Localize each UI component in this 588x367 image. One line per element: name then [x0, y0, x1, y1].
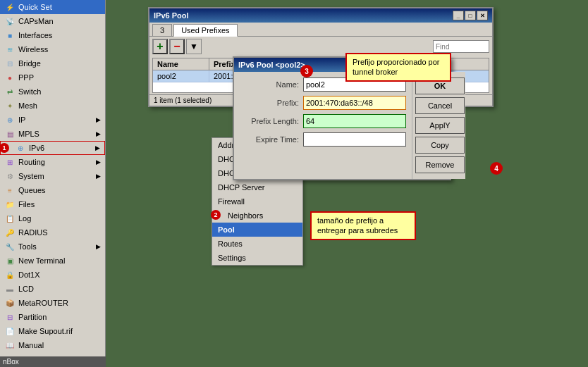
sidebar-item-queues[interactable]: ≡ Queues	[0, 183, 105, 197]
tools-arrow-icon: ▶	[96, 243, 101, 250]
cancel-button[interactable]: Cancel	[415, 97, 465, 114]
sidebar-item-dot1x[interactable]: 🔒 Dot1X	[0, 268, 105, 282]
prefix-length-input[interactable]	[303, 114, 406, 128]
files-icon: 📁	[4, 199, 16, 210]
tabs-row: 3 Used Prefixes	[149, 23, 492, 37]
manual-icon: 📖	[4, 340, 16, 351]
badge-3: 3	[300, 65, 313, 77]
mpls-icon: ▤	[4, 128, 16, 139]
badge-2: 2	[211, 210, 221, 220]
expire-time-input[interactable]	[303, 132, 406, 147]
routing-arrow-icon: ▶	[96, 158, 101, 166]
form-row-prefix-length: Prefix Length:	[240, 114, 406, 128]
sidebar-item-interfaces[interactable]: ■ Interfaces	[0, 28, 105, 42]
tooltip-tunnel-broker: Prefijo proporcionado por tunnel broker	[345, 53, 451, 82]
sidebar-item-new-terminal[interactable]: ▣ New Terminal	[0, 254, 105, 268]
tab-pools[interactable]: 3	[152, 24, 172, 36]
sidebar-item-quick-set[interactable]: ⚡ Quick Set	[0, 0, 105, 14]
workspace: Addresses DHCP Client DHCP Relay DHCP Se…	[106, 0, 588, 367]
col-header-name: Name	[153, 58, 209, 70]
ipv6-pool-titlebar: IPv6 Pool _ □ ✕	[149, 8, 492, 23]
sidebar-item-files[interactable]: 📁 Files	[0, 197, 105, 211]
interfaces-icon: ■	[4, 30, 16, 41]
sidebar-item-mpls[interactable]: ▤ MPLS ▶	[0, 127, 105, 141]
prefix-length-label: Prefix Length:	[240, 117, 303, 125]
sidebar-item-bridge[interactable]: ⊟ Bridge	[0, 56, 105, 70]
sidebar-item-make-supout[interactable]: 📄 Make Supout.rif	[0, 324, 105, 338]
prefix-label: Prefix:	[240, 99, 303, 107]
sidebar-item-metarouter[interactable]: 📦 MetaROUTER	[0, 296, 105, 310]
close-button[interactable]: ✕	[477, 11, 488, 20]
maximize-button[interactable]: □	[465, 11, 476, 20]
badge-4: 4	[490, 162, 503, 175]
lcd-icon: ▬	[4, 283, 16, 294]
form-row-prefix: Prefix:	[240, 96, 406, 110]
sidebar-item-tools[interactable]: 🔧 Tools ▶	[0, 240, 105, 254]
sidebar-item-radius[interactable]: 🔑 RADIUS	[0, 225, 105, 240]
dot1x-icon: 🔒	[4, 269, 16, 280]
sidebar-item-switch[interactable]: ⇄ Switch	[0, 85, 105, 99]
find-input[interactable]	[433, 40, 489, 53]
window-control-buttons: _ □ ✕	[453, 11, 488, 20]
system-icon: ⚙	[4, 170, 16, 182]
log-icon: 📋	[4, 213, 16, 224]
submenu-neighbors[interactable]: 2 Neighbors	[212, 209, 302, 223]
app-window: ⚡ Quick Set 📡 CAPsMan ■ Interfaces ≋ Wir…	[0, 0, 588, 367]
pool-dialog-title: IPv6 Pool <pool2>	[238, 61, 305, 69]
filter-button[interactable]: ▼	[186, 39, 202, 54]
copy-button[interactable]: Copy	[415, 137, 465, 154]
system-arrow-icon: ▶	[96, 173, 101, 180]
mesh-icon: ✦	[4, 100, 16, 111]
tooltip-subredes: tamaño de prefijo a entregar para subred…	[310, 211, 416, 240]
partition-icon: ⊟	[4, 311, 16, 323]
bottom-sidebar: nBox	[0, 356, 106, 367]
sidebar-item-capsman[interactable]: 📡 CAPsMan	[0, 14, 105, 28]
apply-button[interactable]: ApplY	[415, 117, 465, 134]
sidebar-item-manual[interactable]: 📖 Manual	[0, 338, 105, 352]
minimize-button[interactable]: _	[453, 11, 464, 20]
submenu-dhcp-server[interactable]: DHCP Server	[212, 180, 302, 194]
radius-icon: 🔑	[4, 227, 16, 238]
ip-icon: ⊕	[4, 114, 16, 125]
capsman-icon: 📡	[4, 15, 16, 27]
submenu-routes[interactable]: Routes	[212, 237, 302, 251]
add-button[interactable]: +	[152, 39, 168, 54]
supout-icon: 📄	[4, 325, 16, 337]
ipv6-pool-title: IPv6 Pool	[154, 11, 453, 20]
sidebar-item-wireless[interactable]: ≋ Wireless	[0, 42, 105, 56]
sidebar-item-ip[interactable]: ⊕ IP ▶	[0, 113, 105, 127]
prefix-input[interactable]	[303, 96, 406, 110]
remove-button[interactable]: −	[169, 39, 185, 54]
routing-icon: ⊞	[4, 156, 16, 168]
sidebar-item-log[interactable]: 📋 Log	[0, 211, 105, 225]
metarouter-icon: 📦	[4, 297, 16, 309]
submenu-settings[interactable]: Settings	[212, 251, 302, 265]
sidebar-item-ppp[interactable]: ● PPP	[0, 70, 105, 85]
remove-button-dialog[interactable]: Remove	[415, 156, 465, 173]
bridge-icon: ⊟	[4, 58, 16, 69]
switch-icon: ⇄	[4, 86, 16, 97]
sidebar-item-system[interactable]: ⚙ System ▶	[0, 169, 105, 183]
mpls-arrow-icon: ▶	[96, 130, 101, 137]
sidebar-item-mesh[interactable]: ✦ Mesh	[0, 99, 105, 113]
main-content: ⚡ Quick Set 📡 CAPsMan ■ Interfaces ≋ Wir…	[0, 0, 588, 367]
terminal-icon: ▣	[4, 255, 16, 266]
queues-icon: ≡	[4, 185, 16, 196]
ipv6-icon: ⊕	[15, 142, 26, 154]
tools-icon: 🔧	[4, 241, 16, 252]
dialog-buttons: OK Cancel ApplY Copy Remove	[412, 72, 465, 179]
sidebar-item-partition[interactable]: ⊟ Partition	[0, 310, 105, 324]
ipv6-arrow-icon: ▶	[95, 144, 100, 151]
form-row-expire-time: Expire Time:	[240, 132, 406, 147]
tab-used-prefixes[interactable]: Used Prefixes	[173, 24, 237, 37]
wireless-icon: ≋	[4, 44, 16, 55]
dialog-body: Name: Prefix: Prefix Length:	[234, 72, 412, 179]
sidebar-item-ipv6[interactable]: 1 ⊕ IPv6 ▶	[0, 141, 105, 155]
sidebar-item-lcd[interactable]: ▬ LCD	[0, 282, 105, 296]
sidebar: ⚡ Quick Set 📡 CAPsMan ■ Interfaces ≋ Wir…	[0, 0, 106, 367]
submenu-firewall[interactable]: Firewall	[212, 194, 302, 209]
submenu-pool[interactable]: Pool	[212, 223, 302, 237]
expire-time-label: Expire Time:	[240, 135, 303, 144]
sidebar-item-routing[interactable]: ⊞ Routing ▶	[0, 155, 105, 169]
ip-arrow-icon: ▶	[96, 116, 101, 123]
